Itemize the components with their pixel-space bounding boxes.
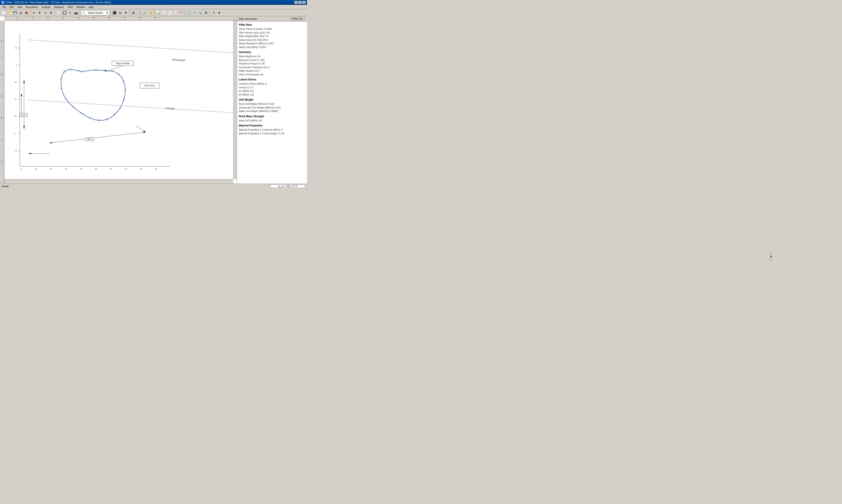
svg-text:40: 40: [80, 168, 82, 170]
data-row: Water Height (m): 6: [239, 69, 305, 73]
stope-section-dropdown[interactable]: 🔍 Stope Section ▼: [81, 10, 109, 15]
svg-text:90: 90: [155, 168, 157, 170]
svg-text:20: 20: [1, 95, 3, 97]
app-icon: C: [1, 1, 4, 4]
view-options-button[interactable]: 🗂: [118, 10, 123, 15]
zoom-out-button[interactable]: 🔎: [142, 10, 147, 15]
vertical-scrollbar[interactable]: [233, 21, 237, 179]
pan-button[interactable]: ✋: [148, 10, 153, 15]
section-title: Pillar Data: [239, 23, 305, 26]
svg-text:80: 80: [140, 168, 142, 170]
section-title: Geometry: [239, 51, 305, 54]
svg-text:10: 10: [32, 17, 34, 19]
data-row: Pillar Volume (m3): 8102.742: [239, 31, 305, 35]
menu-tools[interactable]: Tools: [66, 5, 75, 9]
svg-text:Hangingwall: Hangingwall: [172, 58, 185, 61]
svg-text:50: 50: [93, 17, 95, 19]
arrow-dropdown[interactable]: ▼: [217, 10, 222, 15]
menu-view[interactable]: View: [16, 5, 24, 9]
svg-point-50: [65, 98, 67, 100]
svg-text:90: 90: [154, 17, 156, 19]
drawing-canvas[interactable]: Ore Zone Hangingwall Footwall: [4, 21, 237, 179]
svg-text:30: 30: [1, 117, 3, 119]
close-button[interactable]: ✕: [302, 1, 306, 4]
data-row: Overburden Thickness (m): 1: [239, 66, 305, 69]
svg-text:Stope Outline: Stope Outline: [116, 62, 130, 65]
svg-text:48 m: 48 m: [87, 138, 92, 141]
section-title: Lateral Stress: [239, 78, 305, 81]
data-row: Material Properties 1: Cohesion (MPa): 0: [239, 128, 305, 132]
svg-text:30: 30: [62, 17, 64, 19]
data-row: Water Unit Weight (MN/m3): 0.00981: [239, 109, 305, 113]
svg-line-30: [28, 100, 234, 113]
svg-text:-10: -10: [1, 161, 3, 163]
line-chart-button[interactable]: 〰: [178, 10, 184, 15]
scatter-button[interactable]: ⬜: [173, 10, 178, 15]
save-button[interactable]: 💾: [12, 10, 18, 15]
svg-marker-71: [50, 142, 52, 144]
svg-line-29: [28, 40, 234, 53]
right-panel: Pillar Information: ▾ Filter List... Pil…: [237, 16, 307, 184]
svg-text:-10: -10: [1, 40, 3, 43]
svg-point-53: [64, 71, 65, 72]
menu-window[interactable]: Window: [75, 5, 87, 9]
panel-content[interactable]: Pillar DataShear Factor of Safety: 0.458…: [237, 21, 307, 184]
svg-text:20: 20: [47, 17, 49, 19]
menu-file[interactable]: File: [0, 5, 8, 9]
svg-text:80: 80: [139, 17, 141, 19]
chart-button[interactable]: 📈: [161, 10, 166, 15]
redo-arrow[interactable]: ▼: [49, 10, 54, 15]
arrow-tool-button[interactable]: ↗: [211, 10, 216, 15]
status-text: Ready: [2, 185, 9, 187]
fit-button[interactable]: ⊞: [131, 10, 136, 15]
data-row: Trend 3 (°): 0: [239, 86, 305, 89]
svg-point-47: [90, 118, 91, 119]
svg-point-46: [98, 120, 99, 121]
print-button[interactable]: 🖨: [18, 10, 23, 15]
panel-header: Pillar Information: ▾ Filter List...: [237, 16, 307, 21]
undo-arrow[interactable]: ▼: [37, 10, 42, 15]
view-arrow-button[interactable]: ▼: [123, 10, 128, 15]
menu-statistics[interactable]: Statistics: [52, 5, 66, 9]
bar-chart-button[interactable]: 📉: [167, 10, 172, 15]
svg-text:10: 10: [15, 81, 17, 83]
svg-text:70: 70: [124, 17, 126, 19]
main-layout: 0 10 20 30 40 50 60 70 80: [0, 16, 307, 184]
svg-text:40: 40: [77, 17, 80, 19]
svg-text:50: 50: [95, 168, 97, 170]
menu-help[interactable]: Help: [87, 5, 95, 9]
camera-button[interactable]: 📷: [73, 10, 78, 15]
svg-text:0: 0: [15, 132, 16, 135]
menu-boundaries[interactable]: Boundaries: [24, 5, 40, 9]
tool3-button[interactable]: ⚙: [203, 10, 209, 15]
select-2-button[interactable]: 🔲: [62, 10, 67, 15]
minimize-button[interactable]: ─: [294, 1, 298, 4]
menu-analysis[interactable]: Analysis: [40, 5, 52, 9]
menu-edit[interactable]: Edit: [8, 5, 16, 9]
new-button[interactable]: 📄: [1, 10, 6, 15]
graph-button[interactable]: 📊: [156, 10, 161, 15]
maximize-button[interactable]: □: [298, 1, 302, 4]
cursor-button[interactable]: ↖: [68, 10, 73, 15]
canvas-area[interactable]: 0 10 20 30 40 50 60 70 80: [0, 16, 237, 184]
data-row: Abutment Plunge (°): 60: [239, 62, 305, 66]
redo-button[interactable]: ↪: [43, 10, 48, 15]
svg-marker-64: [23, 126, 25, 128]
svg-text:Footwall: Footwall: [165, 107, 175, 110]
export-button[interactable]: 📤: [24, 10, 29, 15]
svg-point-44: [113, 114, 115, 115]
svg-point-36: [95, 70, 97, 71]
open-button[interactable]: 📂: [6, 10, 12, 15]
svg-point-39: [118, 74, 119, 75]
view-3d-button[interactable]: ⬛: [112, 10, 117, 15]
filter-list-button[interactable]: ▾ Filter List...: [290, 17, 305, 20]
zoom-in-button[interactable]: 🔍: [137, 10, 142, 15]
tool1-button[interactable]: 🔧: [192, 10, 197, 15]
select-button[interactable]: ⬜: [56, 10, 62, 15]
svg-text:70: 70: [125, 168, 127, 170]
undo-button[interactable]: ↩: [31, 10, 37, 15]
dropdown-label: Stope Section: [88, 12, 103, 14]
horizontal-scrollbar[interactable]: [4, 179, 233, 184]
refresh-button[interactable]: 🔄: [186, 10, 191, 15]
tool2-button[interactable]: 🔩: [197, 10, 203, 15]
